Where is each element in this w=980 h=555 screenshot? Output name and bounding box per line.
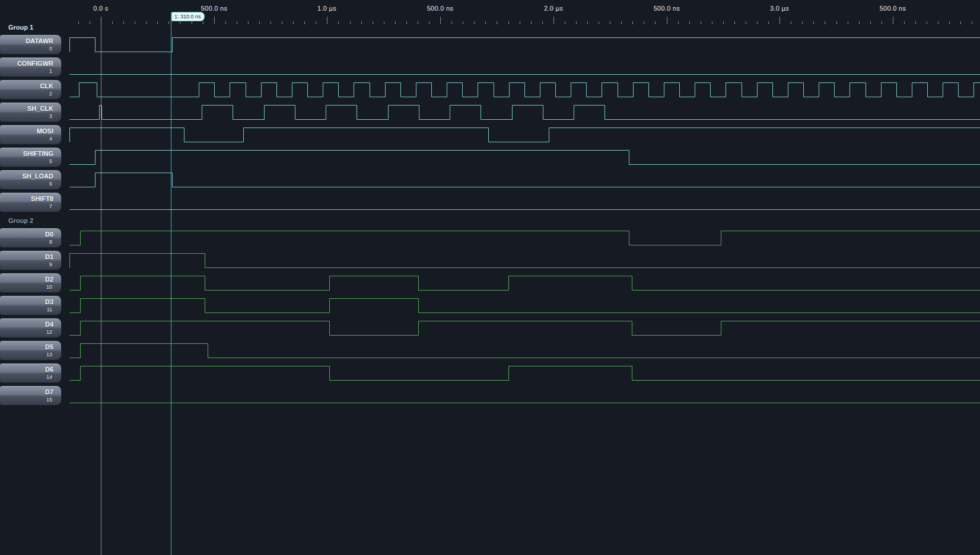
channel-tag-d1[interactable]: D19 — [0, 250, 62, 270]
channel-name: D0 — [45, 231, 53, 238]
channel-number: 5 — [49, 158, 53, 164]
channel-tag-shift8[interactable]: SHIFT87 — [0, 192, 62, 212]
channel-name: SH_LOAD — [22, 173, 53, 180]
channel-name: DATAWR — [26, 37, 53, 45]
channel-tag-sh_clk[interactable]: SH_CLK3 — [0, 102, 62, 122]
channel-number: 4 — [49, 136, 53, 142]
channel-number: 12 — [46, 329, 53, 335]
trace-sh_load — [70, 173, 980, 187]
ruler-label: 500.0 ns — [201, 5, 228, 12]
channel-number: 3 — [49, 113, 53, 119]
trace-d4 — [70, 321, 980, 336]
ruler-label: 500.0 ns — [880, 5, 906, 12]
channel-name: D5 — [45, 343, 53, 351]
ruler-label: 1.0 µs — [317, 5, 336, 12]
trace-d6 — [70, 366, 980, 381]
time-marker-flag[interactable]: 1: 310.0 ns — [171, 12, 205, 21]
channel-number: 13 — [46, 352, 53, 358]
trace-d1 — [70, 254, 980, 268]
channel-name: CLK — [40, 82, 53, 90]
channel-number: 2 — [49, 91, 53, 97]
channel-name: CONFIGWR — [17, 60, 53, 68]
channel-name: SHIFTING — [23, 150, 53, 158]
channel-number: 9 — [49, 261, 53, 267]
ruler-label: 0.0 s — [93, 5, 108, 12]
channel-tag-d2[interactable]: D210 — [0, 273, 62, 293]
channel-tag-clk[interactable]: CLK2 — [0, 79, 62, 100]
channel-tag-d7[interactable]: D715 — [0, 385, 62, 406]
channel-number: 1 — [49, 68, 53, 74]
channel-tag-sh_load[interactable]: SH_LOAD6 — [0, 170, 62, 190]
channel-name: D6 — [45, 366, 53, 374]
group-header-2[interactable]: Group 2 — [8, 217, 33, 225]
channel-tag-d6[interactable]: D614 — [0, 363, 62, 383]
channel-tag-shifting[interactable]: SHIFTING5 — [0, 147, 62, 167]
trace-d0 — [70, 231, 980, 245]
channel-number: 7 — [49, 203, 53, 209]
channel-name: D2 — [45, 276, 53, 283]
channel-name: D7 — [45, 388, 53, 396]
channel-name: SH_CLK — [27, 105, 53, 113]
channel-name: D3 — [45, 298, 53, 306]
channel-tag-d3[interactable]: D311 — [0, 295, 62, 315]
channel-number: 11 — [47, 307, 53, 312]
trace-d5 — [70, 344, 980, 358]
trace-d3 — [70, 299, 980, 313]
trace-mosi — [70, 128, 980, 142]
trace-sh_clk — [70, 106, 980, 120]
channel-number: 6 — [49, 181, 53, 187]
channel-tag-d5[interactable]: D513 — [0, 340, 62, 361]
channel-number: 14 — [46, 374, 53, 380]
ruler-label: 2.0 µs — [544, 5, 563, 12]
channel-tag-d0[interactable]: D08 — [0, 228, 62, 248]
channel-number: 0 — [49, 46, 53, 52]
channel-name: D4 — [45, 321, 53, 328]
channel-number: 10 — [46, 284, 53, 290]
channel-name: SHIFT8 — [31, 195, 53, 203]
group-header-1[interactable]: Group 1 — [8, 24, 33, 31]
channel-tag-mosi[interactable]: MOSI4 — [0, 125, 62, 145]
channel-tag-configwr[interactable]: CONFIGWR1 — [0, 57, 62, 77]
trace-datawr — [70, 38, 980, 52]
trace-clk — [70, 83, 980, 97]
ruler-label: 500.0 ns — [654, 5, 680, 12]
trace-d2 — [70, 276, 980, 291]
trace-shifting — [70, 151, 980, 165]
channel-tag-d4[interactable]: D412 — [0, 318, 62, 338]
waveform-viewer-window: 0.0 s500.0 ns1.0 µs500.0 ns2.0 µs500.0 n… — [0, 0, 980, 555]
channel-number: 15 — [46, 397, 53, 403]
waveform-canvas[interactable] — [0, 0, 980, 555]
channel-tag-datawr[interactable]: DATAWR0 — [0, 34, 62, 55]
timeline-ruler[interactable]: 0.0 s500.0 ns1.0 µs500.0 ns2.0 µs500.0 n… — [0, 0, 980, 25]
ruler-label: 500.0 ns — [427, 5, 454, 12]
channel-number: 8 — [49, 239, 53, 245]
channel-name: MOSI — [37, 127, 53, 135]
channel-name: D1 — [45, 253, 53, 261]
ruler-label: 3.0 µs — [770, 5, 789, 12]
